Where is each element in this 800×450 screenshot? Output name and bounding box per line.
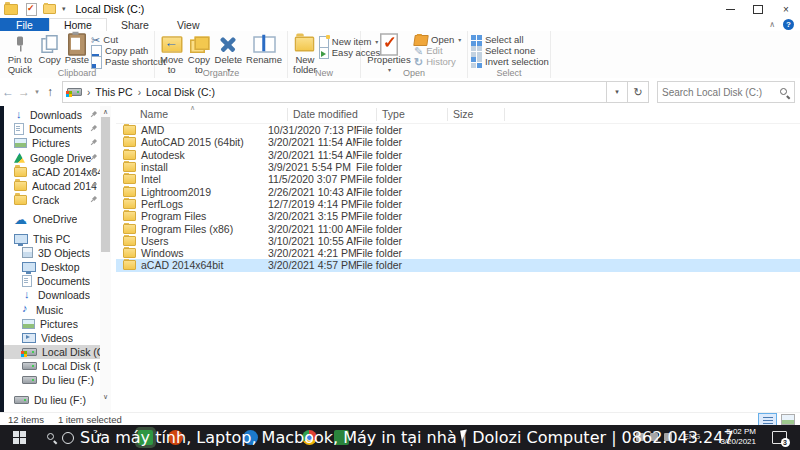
history-button[interactable]: History: [414, 57, 461, 67]
ribbon: Pin to Quick access Copy Paste Cut Copy …: [0, 31, 800, 79]
address-dropdown-icon[interactable]: ▾: [607, 81, 628, 103]
sidebar-scrollbar[interactable]: ∧ ∨: [100, 106, 111, 412]
tab-view[interactable]: View: [163, 18, 214, 31]
sidebar-item-videos[interactable]: Videos: [4, 331, 100, 345]
sidebar-item-downloads-pc[interactable]: Downloads: [4, 288, 100, 302]
scroll-up-icon[interactable]: ∧: [100, 106, 111, 117]
table-row[interactable]: Windows 3/20/2021 4:21 PM File folder: [116, 247, 800, 259]
rename-button[interactable]: Rename: [244, 33, 284, 66]
sidebar-item-onedrive[interactable]: OneDrive: [4, 212, 100, 226]
minimize-button[interactable]: [716, 0, 744, 18]
sidebar-item-crack[interactable]: Crack: [4, 193, 100, 207]
sidebar-item-label: Crack: [32, 194, 59, 206]
maximize-button[interactable]: [744, 0, 772, 18]
sidebar-item-label: Local Disk (D:): [42, 360, 100, 372]
ribbon-group-select: Select all Select none Invert selection …: [468, 31, 551, 78]
column-header-name[interactable]: Name: [116, 108, 288, 121]
sidebar-item-du-lieu-f[interactable]: Du lieu (F:): [4, 373, 100, 387]
address-field[interactable]: › This PC › Local Disk (C:): [62, 81, 607, 103]
group-label-organize: Organize: [155, 68, 287, 78]
edit-button[interactable]: Edit: [414, 46, 461, 56]
sidebar-item-label: Du lieu (F:): [34, 394, 86, 406]
refresh-icon[interactable]: ↻: [628, 81, 649, 103]
sidebar-item-acad-2014x64bit[interactable]: aCAD 2014x64bit: [4, 165, 100, 179]
folder-icon: [123, 260, 136, 270]
invert-selection-button[interactable]: Invert selection: [471, 57, 549, 67]
table-row[interactable]: install 3/9/2021 5:54 PM File folder: [116, 161, 800, 173]
column-header-type[interactable]: Type: [377, 108, 448, 121]
sidebar-item-label: Music: [36, 304, 63, 316]
customize-toolbar-dropdown-icon[interactable]: ▾: [62, 5, 66, 13]
tab-file[interactable]: File: [0, 18, 49, 31]
select-all-button[interactable]: Select all: [471, 35, 549, 45]
scrollbar-thumb[interactable]: [101, 117, 110, 252]
table-row[interactable]: PerfLogs 12/7/2019 4:14 PM File folder: [116, 198, 800, 210]
forward-icon[interactable]: →: [16, 85, 32, 99]
breadcrumb-current[interactable]: Local Disk (C:): [146, 86, 215, 98]
sidebar-item-pictures-pc[interactable]: Pictures: [4, 317, 100, 331]
close-button[interactable]: ×: [772, 0, 800, 18]
table-row[interactable]: Lightroom2019 2/26/2021 10:43 AM File fo…: [116, 185, 800, 197]
folder-icon: [14, 195, 27, 205]
scroll-down-icon[interactable]: ∨: [100, 391, 111, 402]
select-none-button[interactable]: Select none: [471, 46, 549, 56]
open-button[interactable]: Open▾: [414, 35, 461, 45]
group-label-clipboard: Clipboard: [0, 68, 154, 78]
ribbon-group-new: New folder New item▾ Easy access▾ New: [288, 31, 361, 78]
taskbar-clock[interactable]: 5:02 PM 3/20/2021: [720, 427, 756, 447]
sidebar-item-documents[interactable]: Documents: [4, 122, 100, 136]
help-icon[interactable]: ?: [783, 19, 794, 30]
start-button[interactable]: [0, 425, 38, 450]
tab-share[interactable]: Share: [107, 18, 163, 31]
up-icon[interactable]: ↑: [42, 85, 58, 99]
properties-icon[interactable]: [26, 3, 37, 16]
table-row[interactable]: AutoCAD 2015 (64bit) 3/20/2021 11:54 AM …: [116, 136, 800, 148]
table-row[interactable]: Users 3/10/2021 10:55 AM File folder: [116, 235, 800, 247]
desktop-icon: [22, 262, 36, 272]
paste-button[interactable]: Paste: [63, 33, 91, 66]
ribbon-group-organize: Move to▾ Copy to▾ Delete▾ Rename Organiz…: [155, 31, 288, 78]
back-icon[interactable]: ←: [0, 85, 16, 99]
sidebar-item-google-drive[interactable]: Google Drive: [4, 151, 100, 165]
sidebar-item-3d-objects[interactable]: 3D Objects: [4, 246, 100, 260]
sidebar-item-downloads[interactable]: Downloads: [4, 108, 100, 122]
sidebar-item-local-disk-d[interactable]: Local Disk (D:): [4, 359, 100, 373]
address-bar: ← → ▾ ↑ › This PC › Local Disk (C:) ▾ ↻: [0, 78, 800, 106]
table-row[interactable]: Program Files (x86) 3/20/2021 11:00 AM F…: [116, 222, 800, 234]
thumbnails-view-button[interactable]: [779, 414, 796, 426]
sidebar-item-pictures[interactable]: Pictures: [4, 136, 100, 150]
sidebar-item-local-disk-c[interactable]: Local Disk (C:): [4, 345, 100, 359]
folder-icon: [123, 199, 136, 209]
collapse-ribbon-icon[interactable]: ∧: [769, 20, 775, 29]
column-header-size[interactable]: Size: [448, 108, 505, 121]
breadcrumb-this-pc[interactable]: This PC: [95, 86, 132, 98]
table-row[interactable]: Autodesk 3/20/2021 11:54 AM File folder: [116, 149, 800, 161]
search-icon[interactable]: [779, 87, 790, 98]
table-row[interactable]: Intel 11/5/2020 3:07 PM File folder: [116, 173, 800, 185]
details-view-icon: [763, 416, 773, 424]
search-input[interactable]: [658, 87, 779, 98]
table-row-selected[interactable]: aCAD 2014x64bit 3/20/2021 4:57 PM File f…: [116, 259, 800, 271]
column-header-date-modified[interactable]: Date modified: [288, 108, 377, 121]
sidebar-item-autocad-2014[interactable]: Autocad 2014: [4, 179, 100, 193]
sidebar-item-du-lieu-f-root[interactable]: Du lieu (F:): [4, 393, 100, 407]
table-row[interactable]: AMD 10/31/2020 7:13 PM File folder: [116, 124, 800, 136]
pin-icon: [89, 138, 99, 148]
action-center-button[interactable]: 3: [764, 425, 794, 450]
taskbar-search-button[interactable]: [38, 425, 64, 450]
download-icon: [22, 290, 33, 301]
sidebar-item-desktop[interactable]: Desktop: [4, 260, 100, 274]
sidebar-item-documents-pc[interactable]: Documents: [4, 274, 100, 288]
sidebar-item-label: Local Disk (C:): [42, 346, 100, 358]
new-folder-icon[interactable]: [43, 4, 56, 14]
onedrive-cloud-icon: [14, 214, 28, 225]
music-icon: [22, 304, 31, 315]
windows-start-icon: [13, 431, 26, 444]
sidebar-item-music[interactable]: Music: [4, 302, 100, 316]
recent-locations-dropdown-icon[interactable]: ▾: [32, 88, 42, 96]
tab-home[interactable]: Home: [49, 18, 107, 31]
copy-button[interactable]: Copy: [37, 33, 63, 66]
sidebar-item-this-pc[interactable]: This PC: [4, 232, 100, 246]
table-row[interactable]: Program Files 3/20/2021 3:15 PM File fol…: [116, 210, 800, 222]
sidebar-item-label: Google Drive: [30, 152, 91, 164]
